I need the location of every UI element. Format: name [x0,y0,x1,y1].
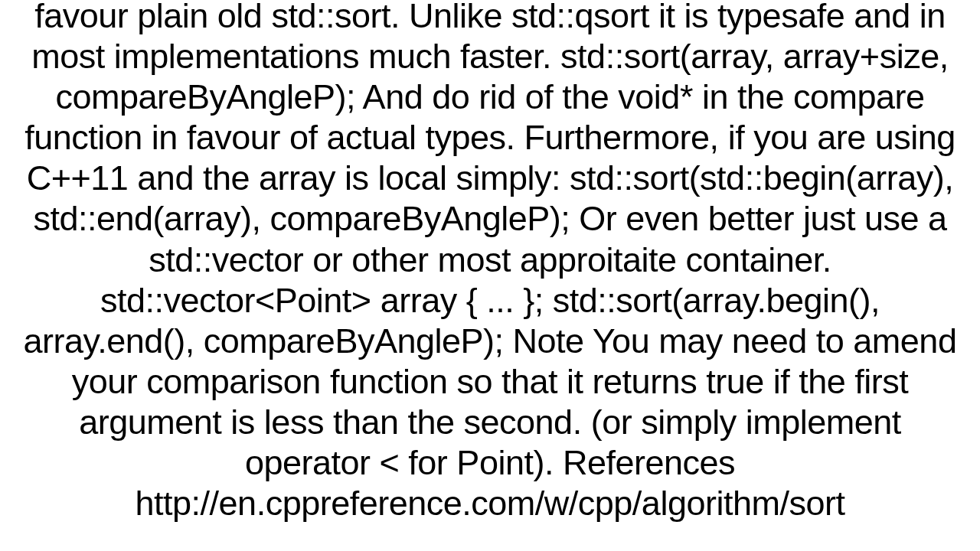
body-text: favour plain old std::sort. Unlike std::… [24,0,957,523]
document-body: favour plain old std::sort. Unlike std::… [8,0,972,523]
